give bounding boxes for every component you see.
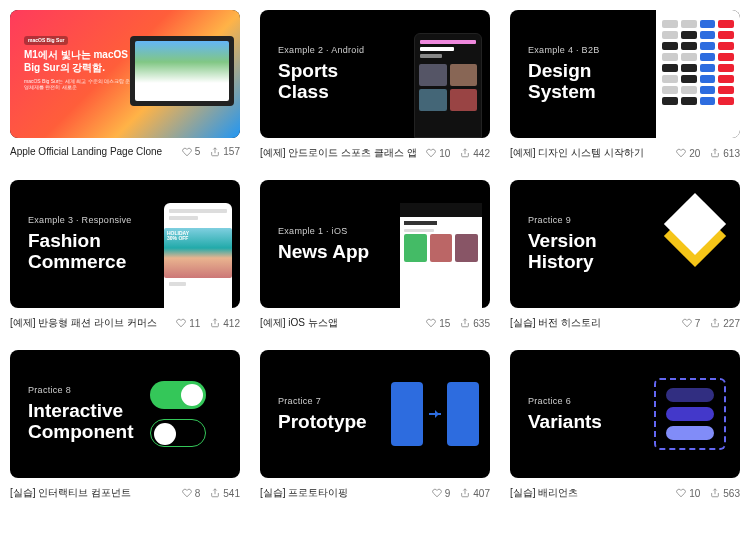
apple-subcopy: macOS Big Sur는 세계 최고 수준의 데스크탑 운영체제를 완전히 … [24, 78, 134, 90]
likes[interactable]: 10 [676, 488, 700, 499]
thumb-text: Example 1 · iOS News App [260, 226, 400, 263]
card-news-app[interactable]: Example 1 · iOS News App [예제] iOS 뉴스앱 15… [260, 180, 490, 330]
heart-icon [176, 318, 186, 328]
share-icon [460, 488, 470, 498]
phone-mock [414, 10, 482, 138]
design-system-swatch-grid [656, 10, 740, 138]
thumb-subtitle: Practice 7 [278, 396, 380, 406]
likes[interactable]: 15 [426, 318, 450, 329]
card-stats: 11 412 [176, 318, 240, 329]
layers-icon [650, 180, 740, 308]
thumb-title: Version History [528, 231, 650, 273]
thumb-subtitle: Practice 8 [28, 385, 150, 395]
card-meta: [예제] 디자인 시스템 시작하기 20 613 [510, 146, 740, 160]
card-caption: [예제] iOS 뉴스앱 [260, 316, 338, 330]
card-apple-landing[interactable]: macOS Big Sur M1에서 빛나는 macOS Big Sur의 강력… [10, 10, 240, 160]
likes[interactable]: 8 [182, 488, 201, 499]
thumb-subtitle: Practice 6 [528, 396, 640, 406]
card-caption: [예제] 반응형 패션 라이브 커머스 [10, 316, 157, 330]
card-meta: [예제] iOS 뉴스앱 15 635 [260, 316, 490, 330]
thumbnail: Example 2 · Android Sports Class [260, 10, 490, 138]
shares[interactable]: 541 [210, 488, 240, 499]
apple-tag: macOS Big Sur [24, 36, 68, 45]
card-stats: 5 157 [182, 146, 240, 157]
card-meta: Apple Official Landing Page Clone 5 157 [10, 146, 240, 157]
card-sports-class[interactable]: Example 2 · Android Sports Class [예제] 안드… [260, 10, 490, 160]
apple-overlay-text: macOS Big Sur M1에서 빛나는 macOS Big Sur의 강력… [24, 32, 134, 90]
thumbnail: Example 3 · Responsive Fashion Commerce … [10, 180, 240, 308]
thumbnail: Example 1 · iOS News App [260, 180, 490, 308]
shares[interactable]: 157 [210, 146, 240, 157]
apple-headline: M1에서 빛나는 macOS Big Sur의 강력함. [24, 48, 134, 74]
likes[interactable]: 10 [426, 148, 450, 159]
card-caption: [실습] 버전 히스토리 [510, 316, 601, 330]
thumb-subtitle: Example 2 · Android [278, 45, 414, 55]
card-stats: 10 563 [676, 488, 740, 499]
likes[interactable]: 11 [176, 318, 200, 329]
heart-icon [426, 148, 436, 158]
share-icon [210, 318, 220, 328]
shares[interactable]: 635 [460, 318, 490, 329]
heart-icon [676, 148, 686, 158]
thumb-text: Example 2 · Android Sports Class [260, 45, 414, 103]
card-fashion-commerce[interactable]: Example 3 · Responsive Fashion Commerce … [10, 180, 240, 330]
thumb-text: Practice 8 Interactive Component [10, 385, 150, 443]
share-icon [460, 318, 470, 328]
shares[interactable]: 442 [460, 148, 490, 159]
card-design-system[interactable]: Example 4 · B2B Design System [예제] 디자인 시… [510, 10, 740, 160]
likes[interactable]: 5 [182, 146, 201, 157]
share-icon [710, 488, 720, 498]
card-interactive-component[interactable]: Practice 8 Interactive Component [실습] 인터… [10, 350, 240, 500]
thumbnail: Practice 6 Variants [510, 350, 740, 478]
card-meta: [실습] 인터랙티브 컴포넌트 8 541 [10, 486, 240, 500]
card-grid: macOS Big Sur M1에서 빛나는 macOS Big Sur의 강력… [10, 10, 740, 500]
share-icon [210, 147, 220, 157]
thumbnail: Practice 7 Prototype [260, 350, 490, 478]
card-caption: [실습] 프로토타이핑 [260, 486, 348, 500]
share-icon [710, 318, 720, 328]
shares[interactable]: 412 [210, 318, 240, 329]
variants-icon [640, 350, 740, 478]
thumb-text: Practice 6 Variants [510, 396, 640, 433]
thumb-text: Practice 9 Version History [510, 215, 650, 273]
thumbnail: macOS Big Sur M1에서 빛나는 macOS Big Sur의 강력… [10, 10, 240, 138]
heart-icon [182, 488, 192, 498]
card-stats: 15 635 [426, 318, 490, 329]
card-caption: Apple Official Landing Page Clone [10, 146, 162, 157]
fashion-promo-image: HOLIDAY30% OFF [164, 228, 232, 278]
thumb-subtitle: Practice 9 [528, 215, 650, 225]
thumb-subtitle: Example 4 · B2B [528, 45, 656, 55]
card-version-history[interactable]: Practice 9 Version History [실습] 버전 히스토리 … [510, 180, 740, 330]
likes[interactable]: 7 [682, 318, 701, 329]
card-caption: [예제] 안드로이드 스포츠 클래스 앱 [260, 146, 417, 160]
toggle-illustration [150, 350, 240, 478]
card-stats: 9 407 [432, 488, 490, 499]
likes[interactable]: 9 [432, 488, 451, 499]
share-icon [710, 148, 720, 158]
laptop-mock [130, 36, 234, 106]
thumb-text: Example 4 · B2B Design System [510, 45, 656, 103]
card-prototype[interactable]: Practice 7 Prototype [실습] 프로토타이핑 9 407 [260, 350, 490, 500]
shares[interactable]: 563 [710, 488, 740, 499]
shares[interactable]: 613 [710, 148, 740, 159]
thumbnail: Practice 9 Version History [510, 180, 740, 308]
share-icon [210, 488, 220, 498]
heart-icon [426, 318, 436, 328]
heart-icon [182, 147, 192, 157]
heart-icon [682, 318, 692, 328]
shares[interactable]: 227 [710, 318, 740, 329]
thumb-title: Interactive Component [28, 401, 150, 443]
card-stats: 7 227 [682, 318, 740, 329]
card-variants[interactable]: Practice 6 Variants [실습] 배리언츠 10 563 [510, 350, 740, 500]
card-stats: 8 541 [182, 488, 240, 499]
thumb-title: Fashion Commerce [28, 231, 164, 273]
toggle-off-icon [150, 419, 206, 447]
card-meta: [실습] 프로토타이핑 9 407 [260, 486, 490, 500]
thumb-text: Example 3 · Responsive Fashion Commerce [10, 215, 164, 273]
thumbnail: Example 4 · B2B Design System [510, 10, 740, 138]
thumb-text: Practice 7 Prototype [260, 396, 380, 433]
likes[interactable]: 20 [676, 148, 700, 159]
shares[interactable]: 407 [460, 488, 490, 499]
card-meta: [예제] 안드로이드 스포츠 클래스 앱 10 442 [260, 146, 490, 160]
thumb-subtitle: Example 3 · Responsive [28, 215, 164, 225]
